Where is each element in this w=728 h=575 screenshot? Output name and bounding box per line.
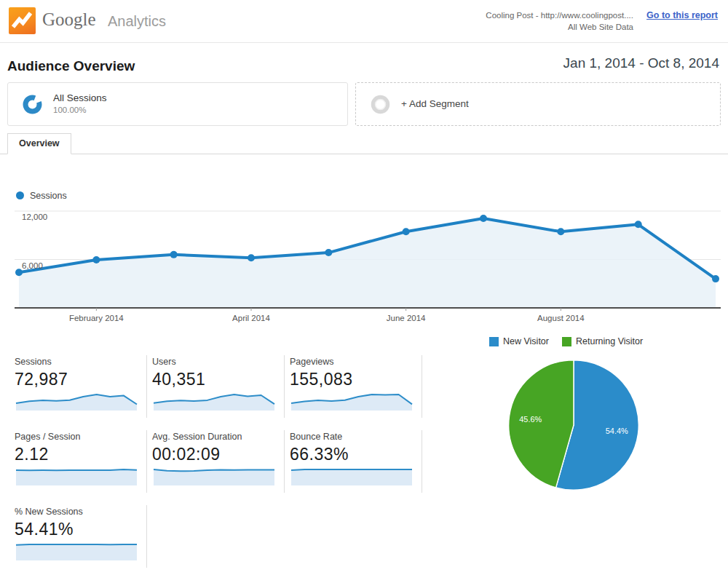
metric-value: 54.41% [15,520,146,539]
segment-label: All Sessions [53,92,107,103]
metric-sparkline [152,392,276,411]
metric-sparkline [290,467,414,485]
pie-slice-label: 54.4% [606,427,628,435]
pie-legend-label: New Visitor [503,336,549,346]
metric-card-pageviews: Pageviews155,083 [290,355,422,418]
metric-value: 2.12 [15,445,146,464]
go-to-report-link[interactable]: Go to this report [646,10,718,20]
metric-label: Pageviews [290,357,422,367]
y-axis-tick: 12,000 [22,213,47,221]
add-segment-label: + Add Segment [401,98,469,109]
metric-value: 155,083 [290,370,422,389]
visitor-type-section: New VisitorReturning Visitor 54.4%45.6% [480,336,721,494]
sessions-line-chart[interactable] [0,207,728,313]
metric-card-bounce-rate: Bounce Rate66.33% [290,430,422,493]
metric-value: 00:02:09 [152,445,284,464]
pie-legend: New VisitorReturning Visitor [480,336,721,346]
analytics-zigzag-icon [9,7,36,34]
brand-analytics: Analytics [108,13,166,30]
x-axis-tick: April 2014 [232,314,270,322]
account-info: Cooling Post - http://www.coolingpost...… [486,9,633,33]
google-analytics-logo-icon[interactable] [9,7,36,34]
metric-label: Users [152,357,284,367]
pie-legend-label: Returning Visitor [576,336,643,346]
sessions-legend-dot-icon [16,191,24,199]
metric-value: 40,351 [152,370,284,389]
sessions-chart-container: 12,0006,000 February 2014April 2014June … [0,207,728,328]
metric-value: 66.33% [290,445,422,464]
add-segment-button[interactable]: + Add Segment [355,82,721,126]
metric-card-new-sessions: % New Sessions54.41% [15,505,147,568]
y-axis-tick: 6,000 [22,261,43,270]
metric-label: Sessions [15,357,146,367]
account-view: All Web Site Data [486,21,633,33]
page-title: Audience Overview [7,58,135,74]
account-property: Cooling Post - http://www.coolingpost...… [486,9,633,21]
x-axis-tick: February 2014 [69,314,124,322]
segment-donut-icon [23,95,42,114]
metric-card-users: Users40,351 [152,355,285,418]
tab-bar: Overview [0,133,728,154]
metric-card-pages-session: Pages / Session2.12 [15,430,147,493]
brand-google: Google [42,9,96,30]
metric-label: Avg. Session Duration [152,432,284,442]
date-range-selector[interactable]: Jan 1, 2014 - Oct 8, 2014 [563,55,719,71]
metric-card-sessions: Sessions72,987 [15,355,147,418]
legend-swatch-icon [489,337,499,346]
metric-label: Bounce Rate [290,432,422,442]
x-axis-tick: August 2014 [537,314,585,322]
segment-all-sessions[interactable]: All Sessions 100.00% [7,82,348,126]
visitor-type-pie-chart[interactable]: 54.4%45.6% [505,356,643,494]
pie-slice-label: 45.6% [519,415,542,424]
metric-label: % New Sessions [15,507,146,517]
x-axis-tick: June 2014 [387,314,426,322]
metric-sparkline [290,392,414,411]
metric-sparkline [15,392,138,411]
metric-value: 72,987 [15,370,146,389]
analytics-page: Google Analytics Cooling Post - http://w… [0,0,728,575]
legend-swatch-icon [562,337,571,346]
segment-percent: 100.00% [53,106,86,114]
metric-card-avg-session-duration: Avg. Session Duration00:02:09 [152,430,285,493]
chart-legend: Sessions [16,191,67,201]
metric-sparkline [15,467,138,485]
add-segment-donut-icon [371,95,390,114]
metric-label: Pages / Session [15,432,146,442]
metric-sparkline [15,542,138,560]
metrics-grid: Sessions72,987Users40,351Pageviews155,08… [15,355,422,568]
metric-sparkline [152,467,276,485]
pie-legend-item: Returning Visitor [562,336,643,346]
app-header: Google Analytics Cooling Post - http://w… [0,0,728,43]
tab-overview[interactable]: Overview [7,133,71,154]
sessions-legend-label: Sessions [30,191,67,201]
pie-legend-item: New Visitor [489,336,549,346]
